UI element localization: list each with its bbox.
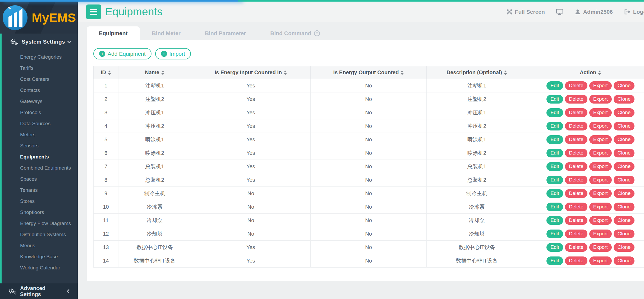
sidebar-item-meters[interactable]: Meters [2, 129, 78, 140]
clone-button[interactable]: Clone [614, 95, 635, 104]
export-button[interactable]: Export [589, 149, 612, 157]
tab-bind-parameter[interactable]: Bind Parameter [193, 26, 258, 40]
sidebar-item-contacts[interactable]: Contacts [2, 85, 78, 96]
tab-bind-command[interactable]: Bind Command [258, 26, 332, 40]
column-header-is-energy-input-counted-in[interactable]: Is Energy Input Counted In [191, 66, 311, 79]
sort-icon[interactable] [108, 71, 111, 75]
delete-button[interactable]: Delete [565, 176, 587, 184]
user-menu[interactable]: Admin2506 [574, 9, 613, 15]
clone-button[interactable]: Clone [614, 149, 635, 157]
sidebar-item-tenants[interactable]: Tenants [2, 185, 78, 196]
delete-button[interactable]: Delete [565, 108, 587, 117]
export-button[interactable]: Export [589, 243, 612, 252]
tab-bind-meter[interactable]: Bind Meter [140, 26, 193, 40]
delete-button[interactable]: Delete [565, 256, 587, 265]
export-button[interactable]: Export [589, 216, 612, 225]
delete-button[interactable]: Delete [565, 216, 587, 225]
menu-toggle-button[interactable] [86, 4, 101, 19]
sidebar-item-protocols[interactable]: Protocols [2, 107, 78, 118]
column-header-id[interactable]: ID [94, 66, 118, 79]
clone-button[interactable]: Clone [614, 122, 635, 130]
sort-icon[interactable] [161, 71, 164, 75]
clone-button[interactable]: Clone [614, 243, 635, 252]
export-button[interactable]: Export [589, 203, 612, 211]
sidebar-item-energy-flow-diagrams[interactable]: Energy Flow Diagrams [2, 218, 78, 229]
edit-button[interactable]: Edit [546, 203, 563, 211]
edit-button[interactable]: Edit [546, 81, 563, 90]
clone-button[interactable]: Clone [614, 230, 635, 238]
export-button[interactable]: Export [589, 256, 612, 265]
sidebar-item-stores[interactable]: Stores [2, 196, 78, 207]
clone-button[interactable]: Clone [614, 81, 635, 90]
edit-button[interactable]: Edit [546, 108, 563, 117]
edit-button[interactable]: Edit [546, 95, 563, 104]
clone-button[interactable]: Clone [614, 162, 635, 171]
edit-button[interactable]: Edit [546, 216, 563, 225]
delete-button[interactable]: Delete [565, 149, 587, 157]
column-header-description-optional-[interactable]: Description (Optional) [427, 66, 527, 79]
edit-button[interactable]: Edit [546, 230, 563, 238]
delete-button[interactable]: Delete [565, 189, 587, 198]
app-logo[interactable]: MyEMS [0, 2, 78, 34]
export-button[interactable]: Export [589, 108, 612, 117]
delete-button[interactable]: Delete [565, 95, 587, 104]
delete-button[interactable]: Delete [565, 135, 587, 144]
column-header-is-energy-output-counted[interactable]: Is Energy Output Counted [311, 66, 427, 79]
export-button[interactable]: Export [589, 162, 612, 171]
tab-equipment[interactable]: Equipment [87, 26, 140, 40]
export-button[interactable]: Export [589, 135, 612, 144]
column-header-action[interactable]: Action [527, 66, 644, 79]
sidebar-item-combined-equipments[interactable]: Combined Equipments [2, 162, 78, 174]
edit-button[interactable]: Edit [546, 256, 563, 265]
edit-button[interactable]: Edit [546, 135, 563, 144]
export-button[interactable]: Export [589, 230, 612, 238]
sidebar-item-menus[interactable]: Menus [2, 240, 78, 251]
delete-button[interactable]: Delete [565, 162, 587, 171]
import-button[interactable]: + Import [155, 48, 191, 59]
display-button[interactable] [556, 8, 563, 15]
clone-button[interactable]: Clone [614, 256, 635, 265]
edit-button[interactable]: Edit [546, 189, 563, 198]
sidebar-item-knowledge-base[interactable]: Knowledge Base [2, 251, 78, 262]
sort-icon[interactable] [504, 71, 507, 75]
clone-button[interactable]: Clone [614, 189, 635, 198]
full-screen-button[interactable]: Full Screen [506, 9, 545, 15]
sort-icon[interactable] [401, 71, 404, 75]
edit-button[interactable]: Edit [546, 243, 563, 252]
clone-button[interactable]: Clone [614, 203, 635, 211]
export-button[interactable]: Export [589, 189, 612, 198]
sidebar-item-distribution-systems[interactable]: Distribution Systems [2, 229, 78, 240]
clone-button[interactable]: Clone [614, 108, 635, 117]
add-equipment-button[interactable]: + Add Equipment [93, 48, 151, 59]
delete-button[interactable]: Delete [565, 122, 587, 130]
sort-icon[interactable] [284, 71, 287, 75]
logout-button[interactable]: Logout [624, 9, 644, 15]
clone-button[interactable]: Clone [614, 135, 635, 144]
sidebar-item-cost-centers[interactable]: Cost Centers [2, 74, 78, 85]
sidebar-item-tariffs[interactable]: Tariffs [2, 63, 78, 74]
export-button[interactable]: Export [589, 81, 612, 90]
sidebar-item-shopfloors[interactable]: Shopfloors [2, 207, 78, 218]
sidebar-item-data-sources[interactable]: Data Sources [2, 118, 78, 129]
sidebar-item-sensors[interactable]: Sensors [2, 140, 78, 151]
edit-button[interactable]: Edit [546, 122, 563, 130]
sidebar-item-working-calendar[interactable]: Working Calendar [2, 262, 78, 273]
sidebar-item-gateways[interactable]: Gateways [2, 96, 78, 107]
delete-button[interactable]: Delete [565, 203, 587, 211]
column-header-name[interactable]: Name [118, 66, 191, 79]
edit-button[interactable]: Edit [546, 176, 563, 184]
clone-button[interactable]: Clone [614, 176, 635, 184]
sidebar-group-system-settings[interactable]: System Settings [2, 34, 78, 50]
sort-icon[interactable] [598, 71, 601, 75]
delete-button[interactable]: Delete [565, 81, 587, 90]
export-button[interactable]: Export [589, 176, 612, 184]
export-button[interactable]: Export [589, 95, 612, 104]
delete-button[interactable]: Delete [565, 230, 587, 238]
edit-button[interactable]: Edit [546, 149, 563, 157]
sidebar-item-energy-categories[interactable]: Energy Categories [2, 52, 78, 63]
clone-button[interactable]: Clone [614, 216, 635, 225]
sidebar-item-spaces[interactable]: Spaces [2, 174, 78, 185]
export-button[interactable]: Export [589, 122, 612, 130]
sidebar-item-equipments[interactable]: Equipments [2, 151, 78, 162]
delete-button[interactable]: Delete [565, 243, 587, 252]
